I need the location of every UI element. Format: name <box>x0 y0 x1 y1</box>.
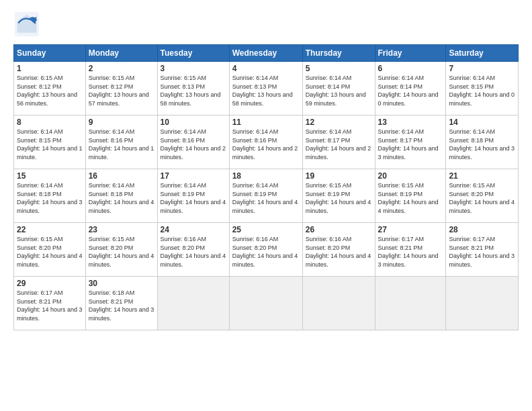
calendar-table: Sunday Monday Tuesday Wednesday Thursday… <box>13 44 519 330</box>
calendar-cell: 30 Sunrise: 6:18 AM Sunset: 8:21 PM Dayl… <box>85 277 157 330</box>
day-number: 14 <box>449 118 515 127</box>
day-number: 21 <box>449 171 515 181</box>
day-info: Sunrise: 6:17 AM Sunset: 8:21 PM Dayligh… <box>378 235 443 269</box>
calendar-cell: 28 Sunrise: 6:17 AM Sunset: 8:21 PM Dayl… <box>446 223 519 277</box>
day-number: 27 <box>378 225 443 234</box>
day-info: Sunrise: 6:14 AM Sunset: 8:16 PM Dayligh… <box>161 128 226 161</box>
day-number: 10 <box>161 118 226 127</box>
day-info: Sunrise: 6:16 AM Sunset: 8:20 PM Dayligh… <box>232 235 300 269</box>
calendar-cell: 14 Sunrise: 6:14 AM Sunset: 8:18 PM Dayl… <box>446 116 519 169</box>
day-info: Sunrise: 6:14 AM Sunset: 8:14 PM Dayligh… <box>306 74 372 107</box>
day-number: 26 <box>306 225 372 234</box>
day-info: Sunrise: 6:14 AM Sunset: 8:16 PM Dayligh… <box>232 128 300 161</box>
day-info: Sunrise: 6:14 AM Sunset: 8:19 PM Dayligh… <box>161 181 226 215</box>
day-number: 29 <box>17 279 83 288</box>
calendar-cell: 11 Sunrise: 6:14 AM Sunset: 8:16 PM Dayl… <box>229 116 302 169</box>
header-tuesday: Tuesday <box>157 45 229 62</box>
day-info: Sunrise: 6:15 AM Sunset: 8:13 PM Dayligh… <box>161 74 226 107</box>
day-info: Sunrise: 6:14 AM Sunset: 8:13 PM Dayligh… <box>232 74 300 107</box>
header-wednesday: Wednesday <box>229 45 302 62</box>
calendar-cell: 9 Sunrise: 6:14 AM Sunset: 8:16 PM Dayli… <box>85 116 157 169</box>
day-info: Sunrise: 6:14 AM Sunset: 8:19 PM Dayligh… <box>232 181 300 215</box>
calendar-cell: 18 Sunrise: 6:14 AM Sunset: 8:19 PM Dayl… <box>229 169 302 223</box>
calendar-cell: 19 Sunrise: 6:15 AM Sunset: 8:19 PM Dayl… <box>302 169 375 223</box>
header-thursday: Thursday <box>302 45 375 62</box>
day-number: 4 <box>232 64 300 73</box>
calendar-cell: 27 Sunrise: 6:17 AM Sunset: 8:21 PM Dayl… <box>375 223 446 277</box>
day-number: 5 <box>306 64 372 73</box>
day-number: 18 <box>232 171 300 181</box>
day-number: 7 <box>449 64 515 73</box>
calendar-week-3: 15 Sunrise: 6:14 AM Sunset: 8:18 PM Dayl… <box>14 169 519 223</box>
calendar-cell: 13 Sunrise: 6:14 AM Sunset: 8:17 PM Dayl… <box>375 116 446 169</box>
day-number: 28 <box>449 225 515 234</box>
day-info: Sunrise: 6:14 AM Sunset: 8:17 PM Dayligh… <box>378 128 443 161</box>
day-number: 3 <box>161 64 226 73</box>
day-info: Sunrise: 6:18 AM Sunset: 8:21 PM Dayligh… <box>89 289 154 322</box>
day-info: Sunrise: 6:14 AM Sunset: 8:18 PM Dayligh… <box>17 181 83 215</box>
page: Sunday Monday Tuesday Wednesday Thursday… <box>0 0 532 411</box>
header-saturday: Saturday <box>446 45 519 62</box>
logo-icon <box>13 11 40 38</box>
day-info: Sunrise: 6:14 AM Sunset: 8:15 PM Dayligh… <box>17 128 83 161</box>
day-info: Sunrise: 6:15 AM Sunset: 8:20 PM Dayligh… <box>449 181 515 215</box>
day-number: 30 <box>89 279 154 288</box>
day-info: Sunrise: 6:15 AM Sunset: 8:12 PM Dayligh… <box>17 74 83 107</box>
day-number: 6 <box>378 64 443 73</box>
day-info: Sunrise: 6:14 AM Sunset: 8:15 PM Dayligh… <box>449 74 515 107</box>
day-number: 25 <box>232 225 300 234</box>
logo <box>13 11 44 38</box>
calendar-cell <box>446 277 519 330</box>
header <box>13 11 519 38</box>
calendar-cell: 3 Sunrise: 6:15 AM Sunset: 8:13 PM Dayli… <box>157 62 229 116</box>
calendar-cell: 2 Sunrise: 6:15 AM Sunset: 8:12 PM Dayli… <box>85 62 157 116</box>
calendar-cell <box>229 277 302 330</box>
day-info: Sunrise: 6:17 AM Sunset: 8:21 PM Dayligh… <box>17 289 83 322</box>
calendar-cell: 21 Sunrise: 6:15 AM Sunset: 8:20 PM Dayl… <box>446 169 519 223</box>
day-info: Sunrise: 6:15 AM Sunset: 8:19 PM Dayligh… <box>306 181 372 215</box>
day-info: Sunrise: 6:16 AM Sunset: 8:20 PM Dayligh… <box>161 235 226 269</box>
calendar-cell <box>157 277 229 330</box>
day-number: 16 <box>89 171 154 181</box>
day-number: 12 <box>306 118 372 127</box>
day-number: 8 <box>17 118 83 127</box>
calendar-cell: 10 Sunrise: 6:14 AM Sunset: 8:16 PM Dayl… <box>157 116 229 169</box>
day-number: 9 <box>89 118 154 127</box>
day-number: 20 <box>378 171 443 181</box>
calendar-cell: 26 Sunrise: 6:16 AM Sunset: 8:20 PM Dayl… <box>302 223 375 277</box>
day-number: 1 <box>17 64 83 73</box>
day-number: 22 <box>17 225 83 234</box>
calendar-cell: 4 Sunrise: 6:14 AM Sunset: 8:13 PM Dayli… <box>229 62 302 116</box>
calendar-cell: 15 Sunrise: 6:14 AM Sunset: 8:18 PM Dayl… <box>14 169 86 223</box>
calendar-cell: 25 Sunrise: 6:16 AM Sunset: 8:20 PM Dayl… <box>229 223 302 277</box>
calendar-cell: 20 Sunrise: 6:15 AM Sunset: 8:19 PM Dayl… <box>375 169 446 223</box>
header-monday: Monday <box>85 45 157 62</box>
calendar-cell <box>302 277 375 330</box>
day-info: Sunrise: 6:14 AM Sunset: 8:16 PM Dayligh… <box>89 128 154 161</box>
calendar-cell: 1 Sunrise: 6:15 AM Sunset: 8:12 PM Dayli… <box>14 62 86 116</box>
calendar-cell: 22 Sunrise: 6:15 AM Sunset: 8:20 PM Dayl… <box>14 223 86 277</box>
calendar-cell: 16 Sunrise: 6:14 AM Sunset: 8:18 PM Dayl… <box>85 169 157 223</box>
calendar-cell <box>375 277 446 330</box>
day-info: Sunrise: 6:15 AM Sunset: 8:20 PM Dayligh… <box>17 235 83 269</box>
day-number: 15 <box>17 171 83 181</box>
calendar-cell: 24 Sunrise: 6:16 AM Sunset: 8:20 PM Dayl… <box>157 223 229 277</box>
day-info: Sunrise: 6:14 AM Sunset: 8:18 PM Dayligh… <box>89 181 154 215</box>
calendar-cell: 8 Sunrise: 6:14 AM Sunset: 8:15 PM Dayli… <box>14 116 86 169</box>
calendar-cell: 7 Sunrise: 6:14 AM Sunset: 8:15 PM Dayli… <box>446 62 519 116</box>
calendar-cell: 12 Sunrise: 6:14 AM Sunset: 8:17 PM Dayl… <box>302 116 375 169</box>
day-info: Sunrise: 6:14 AM Sunset: 8:18 PM Dayligh… <box>449 128 515 161</box>
day-number: 23 <box>89 225 154 234</box>
calendar-cell: 23 Sunrise: 6:15 AM Sunset: 8:20 PM Dayl… <box>85 223 157 277</box>
day-number: 11 <box>232 118 300 127</box>
day-info: Sunrise: 6:15 AM Sunset: 8:20 PM Dayligh… <box>89 235 154 269</box>
day-info: Sunrise: 6:17 AM Sunset: 8:21 PM Dayligh… <box>449 235 515 269</box>
day-info: Sunrise: 6:14 AM Sunset: 8:17 PM Dayligh… <box>306 128 372 161</box>
calendar-cell: 6 Sunrise: 6:14 AM Sunset: 8:14 PM Dayli… <box>375 62 446 116</box>
calendar-cell: 29 Sunrise: 6:17 AM Sunset: 8:21 PM Dayl… <box>14 277 86 330</box>
day-info: Sunrise: 6:15 AM Sunset: 8:12 PM Dayligh… <box>89 74 154 107</box>
day-number: 13 <box>378 118 443 127</box>
calendar-week-2: 8 Sunrise: 6:14 AM Sunset: 8:15 PM Dayli… <box>14 116 519 169</box>
day-info: Sunrise: 6:16 AM Sunset: 8:20 PM Dayligh… <box>306 235 372 269</box>
day-number: 2 <box>89 64 154 73</box>
